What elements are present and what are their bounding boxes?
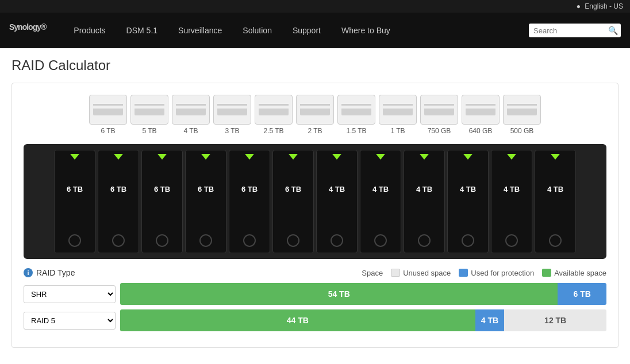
raid-rows-container: SHRJBODRAID 0RAID 1RAID 5RAID 6RAID 1054… [24,283,606,331]
drive-icon-top [213,95,251,125]
drive-slot-capacity: 6 TB [241,185,258,193]
drive-option-500-GB[interactable]: 500 GB [503,95,541,135]
raid-row-0: SHRJBODRAID 0RAID 1RAID 5RAID 6RAID 1054… [24,283,606,305]
nav-item-products[interactable]: Products [63,13,116,48]
drive-option-label: 6 TB [101,127,115,135]
drive-indicator [463,154,472,160]
drive-option-label: 500 GB [510,127,534,135]
drive-indicator [70,154,79,160]
nav-item-dsm[interactable]: DSM 5.1 [116,13,168,48]
drive-indicator [376,154,385,160]
drive-lines [176,104,206,106]
drive-bottom [135,109,164,115]
drive-bottom [300,109,330,115]
drive-lines [466,104,495,106]
nav-link-solution[interactable]: Solution [232,13,282,48]
drive-option-1.5-TB[interactable]: 1.5 TB [337,95,375,135]
drive-circle [331,234,343,247]
logo-mark: ® [41,22,46,32]
legend-protection-label: Used for protection [471,269,534,277]
drive-option-label: 640 GB [469,127,493,135]
drive-option-2.5-TB[interactable]: 2.5 TB [255,95,293,135]
drive-slot-10[interactable]: 4 TB [491,150,532,253]
raid-select-1[interactable]: SHRJBODRAID 0RAID 1RAID 5RAID 6RAID 10 [24,312,116,330]
drive-circle [156,234,168,247]
drive-icon-top [172,95,210,125]
drive-option-3-TB[interactable]: 3 TB [213,95,251,135]
drive-bottom [341,109,371,115]
drive-option-label: 2.5 TB [263,127,283,135]
drive-slot-2[interactable]: 6 TB [141,150,183,253]
nav-item-solution[interactable]: Solution [232,13,282,48]
swatch-protection [459,269,468,277]
search-box[interactable]: 🔍 [529,24,621,37]
drive-slot-9[interactable]: 4 TB [447,150,489,253]
drive-circle [199,234,212,247]
drive-option-6-TB[interactable]: 6 TB [89,95,127,135]
info-icon[interactable]: i [24,268,33,277]
drive-icon-top [462,95,500,125]
drive-option-1-TB[interactable]: 1 TB [379,95,417,135]
nav-item-support[interactable]: Support [282,13,331,48]
drive-slot-4[interactable]: 6 TB [229,150,270,253]
drive-option-640-GB[interactable]: 640 GB [462,95,500,135]
raid-bar-1: 44 TB4 TB12 TB [120,309,606,331]
drive-slot-3[interactable]: 6 TB [185,150,226,253]
drive-slot-5[interactable]: 6 TB [272,150,314,253]
legend-available: Available space [542,269,606,277]
raid-select-wrap-1: SHRJBODRAID 0RAID 1RAID 5RAID 6RAID 10 [24,312,116,330]
nav-link-products[interactable]: Products [63,13,116,48]
space-legend: Space Unused space Used for protection A… [362,269,606,277]
drive-icon-top [255,95,293,125]
drive-lines [383,104,413,106]
drive-slot-capacity: 6 TB [198,185,214,193]
drive-option-2-TB[interactable]: 2 TB [296,95,334,135]
drive-slot-0[interactable]: 6 TB [54,150,95,253]
raid-select-0[interactable]: SHRJBODRAID 0RAID 1RAID 5RAID 6RAID 10 [24,285,116,303]
drive-indicator [420,154,429,160]
drive-option-5-TB[interactable]: 5 TB [130,95,168,135]
drive-circle [287,234,299,247]
drive-slot-7[interactable]: 4 TB [360,150,401,253]
logo[interactable]: Synology® [9,21,46,40]
drive-slot-capacity: 4 TB [504,185,520,193]
drive-slot-capacity: 6 TB [154,185,170,193]
drive-option-750-GB[interactable]: 750 GB [420,95,458,135]
drive-indicator [158,154,167,160]
bar-green-1: 44 TB [120,309,475,331]
legend-unused-label: Unused space [403,269,451,277]
drive-icon-top [296,95,334,125]
nav-link-where-to-buy[interactable]: Where to Buy [331,13,401,48]
nav-links: Products DSM 5.1 Surveillance Solution S… [63,13,529,48]
nav-link-support[interactable]: Support [282,13,331,48]
drive-bottom [93,109,123,115]
drive-circle [68,234,81,247]
drive-slot-capacity: 4 TB [460,185,476,193]
drive-slot-6[interactable]: 4 TB [316,150,358,253]
drive-icon-top [379,95,417,125]
swatch-available [542,269,551,277]
drive-circle [374,234,387,247]
nav-link-surveillance[interactable]: Surveillance [168,13,232,48]
raid-info-row: i RAID Type Space Unused space Used for … [24,268,606,277]
raid-row-1: SHRJBODRAID 0RAID 1RAID 5RAID 6RAID 1044… [24,309,606,331]
nav-item-where-to-buy[interactable]: Where to Buy [331,13,401,48]
drive-slot-8[interactable]: 4 TB [404,150,445,253]
drive-slot-capacity: 4 TB [547,185,563,193]
space-label: Space [362,269,383,277]
bottom-section: i RAID Type Space Unused space Used for … [24,268,606,331]
drive-circle [112,234,125,247]
drive-slot-11[interactable]: 4 TB [535,150,576,253]
nav-item-surveillance[interactable]: Surveillance [168,13,232,48]
nav-link-dsm[interactable]: DSM 5.1 [116,13,168,48]
drive-slot-1[interactable]: 6 TB [98,150,139,253]
drive-option-4-TB[interactable]: 4 TB [172,95,210,135]
drive-option-label: 2 TB [308,127,322,135]
drive-slot-capacity: 6 TB [110,185,126,193]
search-icon[interactable]: 🔍 [608,26,618,35]
page-content: RAID Calculator 6 TB 5 TB 4 TB 3 TB [0,48,630,357]
legend-unused: Unused space [391,269,451,277]
drive-indicator [507,154,516,160]
search-input[interactable] [533,26,608,35]
drive-bottom [176,109,206,115]
